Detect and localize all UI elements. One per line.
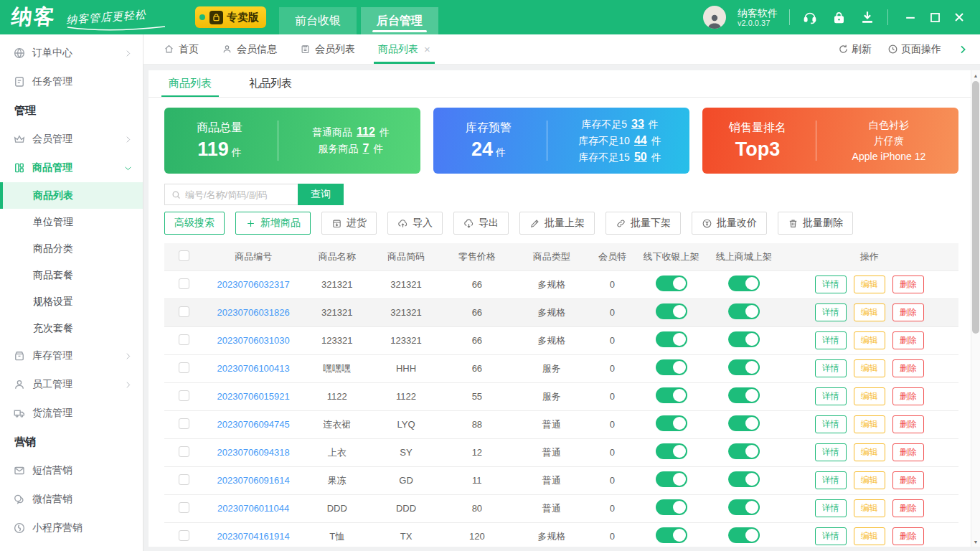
toolbar-button[interactable]: 批量改价 (692, 212, 767, 235)
toolbar-button[interactable]: 批量下架 (606, 212, 681, 235)
headset-icon[interactable] (801, 9, 819, 26)
delete-button[interactable]: 删除 (892, 527, 924, 545)
page-tab[interactable]: 商品列表× (367, 34, 442, 64)
page-tab[interactable]: 会员列表 (288, 34, 367, 64)
search-input[interactable] (185, 189, 292, 200)
product-code-link[interactable]: 20230704161914 (217, 531, 290, 542)
close-tab-icon[interactable]: × (424, 43, 430, 55)
detail-button[interactable]: 详情 (815, 443, 847, 461)
product-code-link[interactable]: 20230706032317 (217, 279, 290, 290)
offline-toggle[interactable] (656, 276, 687, 291)
edit-button[interactable]: 编辑 (854, 471, 885, 489)
toolbar-button[interactable]: 进货 (321, 212, 377, 235)
download-icon[interactable] (859, 9, 876, 26)
offline-toggle[interactable] (656, 331, 687, 347)
product-code-link[interactable]: 20230706094745 (217, 419, 290, 430)
chevron-right-icon[interactable] (957, 44, 969, 55)
sidebar-item[interactable]: 微信营销 (0, 485, 143, 514)
product-code-link[interactable]: 20230706100413 (217, 363, 290, 374)
delete-button[interactable]: 删除 (892, 415, 924, 433)
toolbar-button[interactable]: 批量删除 (778, 212, 853, 235)
offline-toggle[interactable] (656, 527, 687, 543)
toolbar-button[interactable]: 批量上架 (519, 212, 595, 235)
edit-button[interactable]: 编辑 (854, 331, 885, 349)
sidebar-item[interactable]: 货流管理 (0, 399, 143, 428)
delete-button[interactable]: 删除 (892, 471, 924, 489)
online-toggle[interactable] (728, 499, 760, 515)
toolbar-button[interactable]: 高级搜索 (164, 212, 225, 235)
detail-button[interactable]: 详情 (815, 415, 847, 433)
sidebar-subitem[interactable]: 充次套餐 (0, 315, 143, 342)
row-checkbox[interactable] (179, 390, 189, 401)
edit-button[interactable]: 编辑 (854, 527, 885, 545)
row-checkbox[interactable] (179, 418, 189, 429)
edit-button[interactable]: 编辑 (854, 359, 885, 377)
online-toggle[interactable] (728, 471, 760, 487)
edit-button[interactable]: 编辑 (854, 276, 885, 293)
product-code-link[interactable]: 20230706015921 (217, 391, 290, 402)
detail-button[interactable]: 详情 (815, 471, 847, 489)
product-code-link[interactable]: 20230706011044 (217, 503, 289, 514)
online-toggle[interactable] (728, 527, 760, 543)
online-toggle[interactable] (728, 331, 760, 347)
header-nav-backoffice[interactable]: 后台管理 (361, 7, 438, 34)
refresh-button[interactable]: 刷新 (838, 43, 872, 56)
avatar[interactable] (703, 6, 726, 29)
maximize-button[interactable] (924, 6, 946, 28)
online-toggle[interactable] (728, 276, 760, 291)
detail-button[interactable]: 详情 (815, 499, 847, 517)
product-code-link[interactable]: 20230706091614 (217, 475, 290, 486)
row-checkbox[interactable] (179, 334, 189, 345)
delete-button[interactable]: 删除 (892, 359, 924, 377)
offline-toggle[interactable] (656, 303, 687, 319)
detail-button[interactable]: 详情 (815, 359, 847, 377)
online-toggle[interactable] (728, 303, 760, 319)
select-all-checkbox[interactable] (179, 250, 189, 261)
sidebar-item[interactable]: 订单中心 (0, 39, 143, 67)
delete-button[interactable]: 删除 (892, 331, 924, 349)
scroll-up-arrow[interactable]: ▲ (971, 70, 980, 80)
toolbar-button[interactable]: 导出 (453, 212, 509, 235)
sidebar-item[interactable]: 小程序营销 (0, 514, 143, 542)
edit-button[interactable]: 编辑 (854, 387, 885, 405)
sidebar-item[interactable]: 商品管理 (0, 154, 143, 182)
edit-button[interactable]: 编辑 (854, 443, 885, 461)
sidebar-subitem[interactable]: 商品列表 (0, 182, 143, 209)
panel-tab[interactable]: 商品列表 (166, 70, 215, 97)
delete-button[interactable]: 删除 (892, 303, 924, 321)
lock-icon[interactable] (830, 9, 847, 26)
offline-toggle[interactable] (656, 359, 687, 375)
sidebar-item[interactable]: 任务管理 (0, 67, 143, 96)
offline-toggle[interactable] (656, 387, 687, 403)
offline-toggle[interactable] (656, 443, 687, 459)
page-operations-button[interactable]: 页面操作 (887, 43, 941, 56)
page-tab[interactable]: 会员信息 (210, 34, 288, 64)
online-toggle[interactable] (728, 387, 760, 403)
sidebar-subitem[interactable]: 单位管理 (0, 209, 143, 235)
offline-toggle[interactable] (656, 471, 687, 487)
delete-button[interactable]: 删除 (892, 443, 924, 461)
sidebar-item[interactable]: 会员管理 (0, 125, 143, 154)
panel-tab[interactable]: 礼品列表 (246, 70, 295, 97)
sidebar-subitem[interactable]: 商品套餐 (0, 262, 143, 288)
delete-button[interactable]: 删除 (892, 276, 924, 293)
delete-button[interactable]: 删除 (892, 387, 924, 405)
row-checkbox[interactable] (179, 530, 189, 541)
sidebar-item[interactable]: 库存管理 (0, 342, 143, 370)
close-button[interactable] (948, 6, 970, 28)
row-checkbox[interactable] (179, 306, 189, 317)
offline-toggle[interactable] (656, 499, 687, 515)
online-toggle[interactable] (728, 443, 760, 459)
sidebar-subitem[interactable]: 规格设置 (0, 288, 143, 315)
row-checkbox[interactable] (179, 446, 189, 457)
scroll-down-arrow[interactable]: ▼ (971, 537, 980, 547)
sidebar-subitem[interactable]: 商品分类 (0, 235, 143, 262)
detail-button[interactable]: 详情 (815, 387, 847, 405)
page-tab[interactable]: 首页 (152, 34, 210, 64)
sidebar-item[interactable]: 短信营销 (0, 456, 143, 485)
edit-button[interactable]: 编辑 (854, 303, 885, 321)
edit-button[interactable]: 编辑 (854, 499, 885, 517)
detail-button[interactable]: 详情 (815, 527, 847, 545)
online-toggle[interactable] (728, 415, 760, 431)
detail-button[interactable]: 详情 (815, 303, 847, 321)
